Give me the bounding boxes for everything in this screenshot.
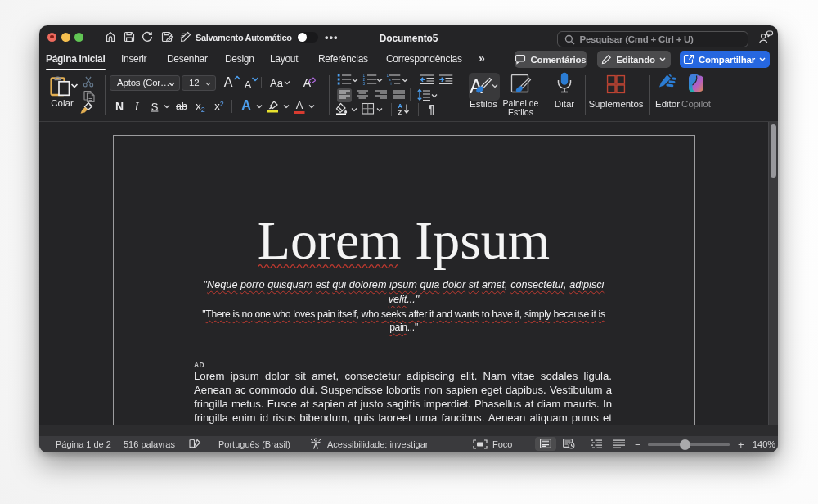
svg-text:i: i — [391, 82, 392, 85]
svg-text:Z: Z — [398, 109, 402, 115]
svg-text:3: 3 — [362, 82, 365, 85]
